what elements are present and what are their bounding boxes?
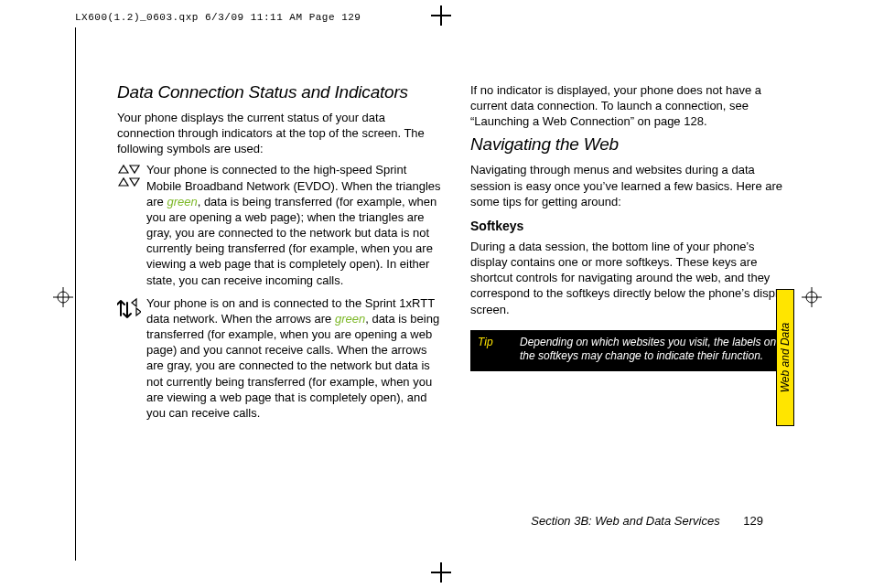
indicator-1xrtt-text: Your phone is on and is connected to the…: [146, 295, 441, 421]
indicator-evdo-text: Your phone is connected to the high-spee…: [146, 162, 441, 287]
page-content: Data Connection Status and Indicators Yo…: [117, 82, 794, 535]
page-footer: Section 3B: Web and Data Services 129: [531, 514, 763, 528]
registration-mark-left: [53, 287, 73, 307]
side-tab: Web and Data: [776, 289, 794, 426]
indicator-evdo: Your phone is connected to the high-spee…: [117, 162, 441, 287]
registration-mark-right: [802, 287, 822, 307]
tip-text: Depending on which websites you visit, t…: [520, 330, 794, 371]
intro-paragraph: Your phone displays the current status o…: [117, 110, 441, 156]
footer-page-number: 129: [743, 514, 763, 528]
side-tab-label: Web and Data: [779, 323, 792, 393]
preflight-header: LX600(1.2)_0603.qxp 6/3/09 11:11 AM Page…: [75, 12, 361, 23]
1xrtt-icon: [117, 297, 141, 321]
indicator-1xrtt: Your phone is on and is connected to the…: [117, 295, 441, 421]
tip-label: Tip: [470, 330, 520, 371]
left-column: Data Connection Status and Indicators Yo…: [117, 82, 441, 428]
softkeys-paragraph: During a data session, the bottom line o…: [470, 239, 794, 317]
tip-box: Tip Depending on which websites you visi…: [470, 330, 794, 371]
evdo-icon: [117, 164, 141, 187]
heading-softkeys: Softkeys: [470, 219, 794, 233]
heading-data-connection: Data Connection Status and Indicators: [117, 82, 441, 102]
nav-intro-paragraph: Navigating through menus and websites du…: [470, 162, 794, 208]
green-word: green: [167, 195, 197, 208]
trim-line-left: [75, 27, 76, 561]
right-column: If no indicator is displayed, your phone…: [470, 82, 794, 428]
crop-mark-bottom: [435, 566, 447, 579]
green-word: green: [335, 312, 365, 326]
footer-section: Section 3B: Web and Data Services: [531, 514, 719, 528]
heading-navigating: Navigating the Web: [470, 134, 794, 155]
crop-mark-top: [435, 9, 447, 22]
no-indicator-paragraph: If no indicator is displayed, your phone…: [470, 82, 794, 129]
